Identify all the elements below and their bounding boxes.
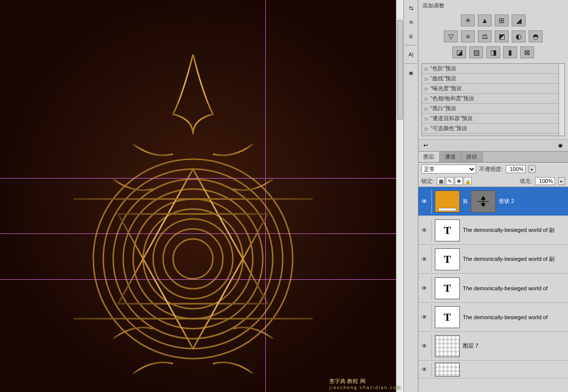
guide-horizontal[interactable]	[0, 178, 403, 179]
brightness-contrast-icon[interactable]: ☀	[461, 14, 475, 26]
layer-thumb[interactable]	[435, 191, 460, 212]
layer-name[interactable]: The demonically-besieged world of 副	[463, 255, 566, 263]
preset-exposure[interactable]: ▷"曝光度"预设	[422, 84, 559, 94]
adj-clip-icon[interactable]: ◉	[558, 142, 563, 149]
layer-row-text[interactable]: 👁 T The demonically-besieged world of	[418, 303, 568, 332]
tool-options-strip: ⇆ ≋ ψ A| ◙	[403, 0, 418, 392]
layer-row-raster[interactable]: 👁	[418, 361, 568, 379]
adjustments-title: 添加调整	[418, 0, 568, 11]
tool-swatches-icon[interactable]: ≋	[404, 16, 417, 28]
visibility-icon[interactable]: 👁	[420, 226, 428, 234]
lock-label: 锁定:	[421, 178, 434, 185]
layer-thumb[interactable]	[435, 363, 460, 377]
adj-return-icon[interactable]: ↩	[423, 142, 428, 149]
layer-thumb-text[interactable]: T	[435, 219, 460, 241]
layer-name[interactable]: 形状 2	[499, 197, 566, 205]
layer-row-text[interactable]: 👁 T The demonically-besieged world of 副	[418, 245, 568, 274]
opacity-flyout-icon[interactable]: ▸	[529, 165, 536, 173]
layer-name[interactable]: The demonically-besieged world of	[463, 285, 566, 291]
canvas-scrollbar-v[interactable]	[396, 0, 403, 392]
layer-row-raster[interactable]: 👁 图层 7	[418, 332, 568, 361]
layer-name[interactable]: The demonically-besieged world of	[463, 314, 566, 320]
visibility-icon[interactable]: 👁	[420, 284, 428, 292]
exposure-icon[interactable]: ◢	[512, 14, 526, 26]
visibility-icon[interactable]: 👁	[420, 197, 428, 205]
visibility-icon[interactable]: 👁	[420, 342, 428, 350]
vector-mask-thumb[interactable]	[471, 191, 496, 212]
watermark: 查字典 教程 网 jiaocheng.chazidian.com	[329, 377, 401, 390]
layer-options-row: 正常 不透明度: 100% ▸	[418, 163, 568, 176]
fill-value[interactable]: 100%	[535, 177, 555, 185]
opacity-label: 不透明度:	[479, 166, 503, 173]
guide-horizontal[interactable]	[0, 279, 403, 280]
lock-pixels-icon[interactable]: ✎	[446, 177, 454, 185]
lock-all-icon[interactable]: 🔒	[464, 177, 472, 185]
channel-mixer-icon[interactable]: ◓	[529, 30, 543, 42]
visibility-icon[interactable]: 👁	[420, 313, 428, 321]
visibility-icon[interactable]: 👁	[420, 255, 428, 263]
hue-sat-icon[interactable]: ≡	[461, 30, 475, 42]
selective-color-icon[interactable]: ⊠	[520, 46, 534, 58]
tab-channels[interactable]: 通道	[440, 152, 461, 162]
lock-row: 锁定: ▦ ✎ ✥ 🔒 填充: 100% ▸	[418, 176, 568, 187]
opacity-value[interactable]: 100%	[506, 165, 526, 173]
layer-row-text[interactable]: 👁 T The demonically-besieged world of 副	[418, 216, 568, 245]
layer-thumb-text[interactable]: T	[435, 277, 460, 299]
photo-filter-icon[interactable]: ◐	[512, 30, 526, 42]
link-icon: ⛓	[463, 198, 468, 204]
layers-list: 👁 ⛓ 形状 2 👁 T The demonically-besieged wo…	[418, 187, 568, 392]
vibrance-icon[interactable]: ▽	[444, 30, 458, 42]
visibility-icon[interactable]: 👁	[420, 366, 428, 374]
tool-swap-icon[interactable]: ⇆	[404, 2, 417, 14]
watermark-sub: jiaocheng.chazidian.com	[329, 385, 401, 390]
tab-paths[interactable]: 路径	[461, 152, 483, 162]
watermark-text: 查字典 教程 网	[329, 378, 365, 384]
posterize-icon[interactable]: ▨	[469, 46, 483, 58]
color-balance-icon[interactable]: ⚖	[478, 30, 492, 42]
canvas-viewport[interactable]: 查字典 教程 网 jiaocheng.chazidian.com	[0, 0, 403, 392]
adjustment-presets: ▷"色阶"预设 ▷"曲线"预设 ▷"曝光度"预设 ▷"色相/饱和度"预设 ▷"黑…	[421, 63, 565, 136]
preset-bw[interactable]: ▷"黑白"预设	[422, 104, 559, 114]
preset-curves[interactable]: ▷"曲线"预设	[422, 74, 559, 84]
tab-layers[interactable]: 图层	[418, 152, 440, 162]
preset-levels[interactable]: ▷"色阶"预设	[422, 64, 559, 74]
preset-channel-mixer[interactable]: ▷"通道混和器"预设	[422, 114, 559, 124]
levels-icon[interactable]: ▲	[478, 14, 492, 26]
gradient-map-icon[interactable]: ▮	[503, 46, 517, 58]
guide-horizontal[interactable]	[0, 233, 403, 234]
fill-flyout-icon[interactable]: ▸	[558, 177, 565, 185]
layer-thumb[interactable]	[435, 335, 460, 357]
adjustments-panel: 添加调整 ☀ ▲ ⊞ ◢ ▽ ≡ ⚖ ◩ ◐ ◓ ◪ ▨	[418, 0, 568, 152]
guide-vertical[interactable]	[265, 0, 266, 392]
layer-row-text[interactable]: 👁 T The demonically-besieged world of	[418, 274, 568, 303]
tool-character-icon[interactable]: A|	[404, 48, 417, 60]
lock-position-icon[interactable]: ✥	[455, 177, 463, 185]
threshold-icon[interactable]: ◨	[486, 46, 500, 58]
layer-name[interactable]: 图层 7	[463, 342, 566, 350]
preset-hue-sat[interactable]: ▷"色相/饱和度"预设	[422, 94, 559, 104]
layer-thumb-text[interactable]: T	[435, 248, 460, 270]
black-white-icon[interactable]: ◩	[495, 30, 509, 42]
curves-icon[interactable]: ⊞	[495, 14, 509, 26]
layer-thumb-text[interactable]: T	[435, 306, 460, 328]
tool-camera-icon[interactable]: ◙	[404, 67, 417, 79]
document-background	[0, 0, 403, 392]
lock-transparent-icon[interactable]: ▦	[437, 177, 445, 185]
presets-scrollbar[interactable]	[559, 64, 565, 136]
layer-row-shape2[interactable]: 👁 ⛓ 形状 2	[418, 187, 568, 216]
invert-icon[interactable]: ◪	[452, 46, 466, 58]
tool-para-icon[interactable]: ψ	[404, 30, 417, 42]
blend-mode-select[interactable]: 正常	[421, 165, 476, 174]
panel-tabs: 图层 通道 路径	[418, 152, 568, 163]
layer-name[interactable]: The demonically-besieged world of 副	[463, 226, 566, 234]
fill-label: 填充:	[520, 178, 532, 185]
preset-selective-color[interactable]: ▷"可选颜色"预设	[422, 124, 559, 134]
